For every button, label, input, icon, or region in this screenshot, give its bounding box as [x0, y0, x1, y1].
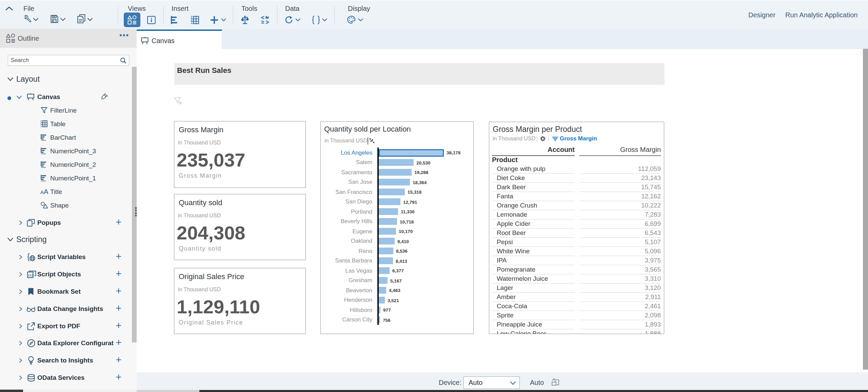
svg-text:A: A — [44, 188, 48, 195]
svg-text:(x): (x) — [28, 273, 33, 277]
svg-text:A: A — [40, 189, 44, 195]
